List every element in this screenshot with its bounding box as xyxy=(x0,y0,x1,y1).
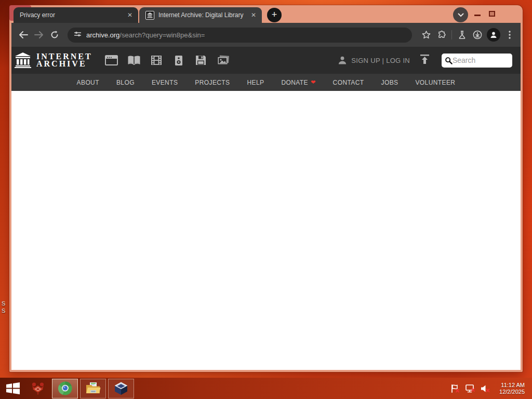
url-text: archive.org/search?query=win8pe&sin= xyxy=(86,31,205,39)
nav-about[interactable]: ABOUT xyxy=(77,79,99,86)
tab-close-icon[interactable]: ✕ xyxy=(249,11,258,19)
taskbar: 11:12 AM 12/2/2025 xyxy=(0,378,532,399)
volume-muted-icon[interactable] xyxy=(480,384,490,393)
toolbar-separator xyxy=(451,30,452,39)
address-bar[interactable]: archive.org/search?query=win8pe&sin= xyxy=(68,28,412,43)
header-right-group: SIGN UP | LOG IN xyxy=(337,54,521,68)
archive-nav-bar: ABOUT BLOG EVENTS PROJECTS HELP DONATE❤ … xyxy=(11,74,521,91)
internet-archive-favicon xyxy=(145,11,154,20)
browser-body: archive.org/search?query=win8pe&sin= xyxy=(11,23,521,370)
internet-archive-logo[interactable]: INTERNET ARCHIVE xyxy=(14,52,92,68)
logo-wordmark: INTERNET ARCHIVE xyxy=(36,53,92,68)
extensions-puzzle-icon[interactable] xyxy=(434,27,449,43)
back-button[interactable] xyxy=(16,27,31,43)
network-status-icon[interactable] xyxy=(465,384,475,393)
browser-toolbar: archive.org/search?query=win8pe&sin= xyxy=(11,23,521,47)
person-icon xyxy=(337,55,348,65)
desktop-icon-label-fragment: S xyxy=(2,308,9,314)
minimize-button[interactable] xyxy=(471,5,484,22)
tab-privacy-error[interactable]: Privacy error ✕ xyxy=(14,7,138,23)
browser-titlebar[interactable]: Privacy error ✕ Internet Archive: Digita… xyxy=(9,5,523,23)
start-button[interactable] xyxy=(1,378,25,399)
nav-blog[interactable]: BLOG xyxy=(116,79,135,86)
maximize-button[interactable] xyxy=(485,5,499,22)
internet-archive-header: INTERNET ARCHIVE xyxy=(11,47,521,74)
action-center-flag-icon[interactable] xyxy=(450,384,460,393)
video-icon[interactable] xyxy=(150,54,163,66)
texts-icon[interactable] xyxy=(127,54,141,66)
taskbar-clock[interactable]: 11:12 AM 12/2/2025 xyxy=(495,382,527,395)
search-icon xyxy=(445,56,453,65)
pe-tool-app-icon[interactable] xyxy=(25,378,51,399)
nav-donate[interactable]: DONATE❤ xyxy=(281,79,315,86)
upload-icon[interactable] xyxy=(419,54,430,66)
webpage-content: INTERNET ARCHIVE xyxy=(11,47,521,370)
nav-contact[interactable]: CONTACT xyxy=(333,79,364,86)
desktop-icon-label-fragment: S xyxy=(2,300,9,307)
tab-close-icon[interactable]: ✕ xyxy=(126,11,134,19)
software-icon[interactable] xyxy=(194,54,208,66)
chrome-app-icon[interactable] xyxy=(52,379,78,398)
desktop: S S Privacy error ✕ Internet Archive: Di… xyxy=(0,0,532,399)
search-input[interactable] xyxy=(453,56,509,64)
nav-jobs[interactable]: JOBS xyxy=(381,79,398,86)
virtualbox-app-icon[interactable] xyxy=(108,379,134,398)
profile-avatar-icon[interactable] xyxy=(487,28,500,42)
audio-icon[interactable] xyxy=(172,54,185,66)
clock-time: 11:12 AM xyxy=(499,382,525,389)
nav-help[interactable]: HELP xyxy=(247,79,264,86)
lab-flask-icon[interactable] xyxy=(454,27,470,43)
search-box[interactable] xyxy=(442,54,512,68)
new-tab-button[interactable]: + xyxy=(267,8,282,22)
media-type-nav xyxy=(105,54,230,66)
nav-projects[interactable]: PROJECTS xyxy=(195,79,230,86)
browser-window: Privacy error ✕ Internet Archive: Digita… xyxy=(9,5,523,372)
tab-internet-archive[interactable]: Internet Archive: Digital Library ✕ xyxy=(139,7,262,23)
file-explorer-app-icon[interactable] xyxy=(80,379,106,398)
maximize-icon xyxy=(489,11,495,17)
system-tray: 11:12 AM 12/2/2025 xyxy=(450,382,532,395)
tab-title: Internet Archive: Digital Library xyxy=(158,11,249,19)
clock-date: 12/2/2025 xyxy=(499,389,525,395)
reload-button[interactable] xyxy=(47,27,62,43)
chevron-down-icon[interactable] xyxy=(453,7,468,22)
images-icon[interactable] xyxy=(217,54,230,66)
bookmark-star-icon[interactable] xyxy=(418,27,434,43)
forward-button[interactable] xyxy=(31,27,47,43)
signup-login-link[interactable]: SIGN UP | LOG IN xyxy=(337,55,410,65)
menu-kebab-icon[interactable] xyxy=(502,27,517,43)
heart-icon: ❤ xyxy=(311,79,316,86)
nav-events[interactable]: EVENTS xyxy=(152,79,178,86)
minimize-icon xyxy=(474,15,481,16)
web-icon[interactable] xyxy=(105,54,118,66)
nav-volunteer[interactable]: VOLUNTEER xyxy=(415,79,455,86)
tab-title: Privacy error xyxy=(20,11,126,19)
site-settings-icon[interactable] xyxy=(74,30,82,39)
downloads-icon[interactable] xyxy=(470,27,485,43)
